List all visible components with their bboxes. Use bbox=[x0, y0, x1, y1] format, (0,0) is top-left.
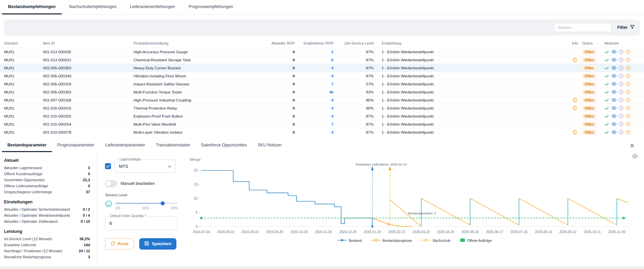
view-eye-icon[interactable] bbox=[611, 66, 616, 70]
info-icon[interactable] bbox=[619, 82, 624, 86]
top-tab-nachschubempfehlungen[interactable]: Nachschubempfehlungen bbox=[63, 0, 123, 14]
snooze-clock-icon[interactable] bbox=[626, 130, 631, 135]
view-eye-icon[interactable] bbox=[611, 58, 616, 62]
lagerstrategie-select[interactable]: Lagerstrategie MTS bbox=[114, 159, 176, 173]
info-icon[interactable] bbox=[619, 106, 624, 111]
status-cell: Offen bbox=[582, 50, 604, 54]
info-icon[interactable] bbox=[619, 74, 624, 78]
view-eye-icon[interactable] bbox=[611, 82, 616, 86]
approve-check-icon[interactable] bbox=[604, 106, 609, 111]
table-row[interactable]: MU01002-005-000350Heavy-Duty Corner Brac… bbox=[0, 64, 644, 72]
table-row[interactable]: MU01002-005-000349Vibration-Isolating Fl… bbox=[0, 72, 644, 80]
filter-button[interactable]: Filter bbox=[617, 25, 635, 30]
slider-handle[interactable] bbox=[161, 201, 165, 205]
svg-text:2024-12-25: 2024-12-25 bbox=[339, 230, 357, 234]
detail-tab-transaktionsdaten[interactable]: Transaktionsdaten bbox=[151, 139, 196, 152]
info-icon[interactable] bbox=[619, 66, 624, 70]
approve-check-icon[interactable] bbox=[604, 122, 609, 127]
info-icon[interactable] bbox=[619, 130, 624, 135]
table-row[interactable]: MU01001-013-000035High-Accuracy Pressure… bbox=[0, 48, 644, 56]
view-eye-icon[interactable] bbox=[611, 90, 616, 94]
view-eye-icon[interactable] bbox=[611, 122, 616, 126]
svg-text:2025-11-09: 2025-11-09 bbox=[608, 230, 626, 234]
approve-check-icon[interactable] bbox=[604, 50, 609, 54]
approve-check-icon[interactable] bbox=[604, 66, 609, 70]
cell-empfehlung: 1 - Erhöhe Wiederbestellpunkt bbox=[376, 114, 568, 118]
status-badge: Offen bbox=[582, 73, 596, 79]
approve-check-icon[interactable] bbox=[604, 74, 609, 78]
snooze-clock-icon[interactable] bbox=[626, 82, 631, 86]
approve-check-icon[interactable] bbox=[604, 130, 609, 135]
detail-tab-prognoseparameter[interactable]: Prognoseparameter bbox=[52, 139, 100, 152]
approve-check-icon[interactable] bbox=[604, 58, 609, 62]
cell-aktueller-rop: 0 bbox=[258, 130, 297, 134]
approve-check-icon[interactable] bbox=[604, 82, 609, 86]
snooze-clock-icon[interactable] bbox=[626, 50, 631, 54]
info-icon[interactable] bbox=[619, 114, 624, 119]
search-input[interactable] bbox=[554, 23, 612, 32]
approve-check-icon[interactable] bbox=[604, 98, 609, 103]
table-row[interactable]: MU01002-005-000393Multi-Function Torque … bbox=[0, 88, 644, 96]
manuell-toggle[interactable] bbox=[105, 180, 117, 187]
info-icon[interactable] bbox=[619, 50, 624, 54]
table-row[interactable]: MU01001-007-000168High-Pressure Industri… bbox=[0, 96, 644, 104]
chart-visibility-eye-icon[interactable] bbox=[632, 154, 638, 159]
warning-icon bbox=[568, 106, 582, 111]
reset-button[interactable]: Reset bbox=[105, 238, 134, 250]
info-icon[interactable] bbox=[619, 98, 624, 103]
table-row[interactable]: MU01001-010-000078Multi-Layer Vibration … bbox=[0, 128, 644, 136]
detail-tab-bestandsparameter[interactable]: Bestandsparameter bbox=[2, 139, 52, 152]
column-header: Empfehlung bbox=[376, 41, 568, 45]
table-row[interactable]: MU01001-016-000015Thermal Protection Rel… bbox=[0, 104, 644, 112]
lagerstrategie-checkbox[interactable] bbox=[105, 163, 111, 169]
view-eye-icon[interactable] bbox=[611, 106, 616, 110]
legend-item-bestandsprognose[interactable]: Bestandsprognose bbox=[371, 238, 412, 243]
info-icon[interactable] bbox=[619, 90, 624, 94]
view-eye-icon[interactable] bbox=[611, 74, 616, 78]
snooze-clock-icon[interactable] bbox=[626, 66, 631, 70]
view-eye-icon[interactable] bbox=[611, 98, 616, 102]
top-tab-bestandsempfehlungen[interactable]: Bestandsempfehlungen bbox=[2, 0, 62, 14]
info-icon[interactable] bbox=[619, 58, 624, 62]
status-badge: Offen bbox=[582, 81, 596, 87]
view-eye-icon[interactable] bbox=[611, 130, 616, 134]
snooze-clock-icon[interactable] bbox=[626, 114, 631, 119]
svg-text:2024-10-28: 2024-10-28 bbox=[290, 230, 308, 234]
approve-check-icon[interactable] bbox=[604, 114, 609, 119]
snooze-clock-icon[interactable] bbox=[626, 74, 631, 78]
table-row[interactable]: MU01001-015-000255Explosion-Proof Push B… bbox=[0, 112, 644, 120]
snooze-clock-icon[interactable] bbox=[626, 122, 631, 127]
cell-item-id: 001-015-000254 bbox=[43, 122, 133, 126]
view-eye-icon[interactable] bbox=[611, 114, 616, 118]
default-order-quantity-field[interactable]: Default Order Quantity * 6 bbox=[105, 216, 178, 230]
snooze-clock-icon[interactable] bbox=[626, 58, 631, 62]
service-level-slider[interactable] bbox=[115, 203, 178, 204]
cell-empfohlener-rop: 4 bbox=[297, 106, 335, 110]
legend-item-offene-aufträge[interactable]: Offene Aufträge bbox=[460, 238, 492, 243]
table-row[interactable]: MU01001-015-000254Multi-Port Valve Manif… bbox=[0, 120, 644, 128]
snooze-clock-icon[interactable] bbox=[626, 98, 631, 103]
cell-produktbeschreibung: Thermal Protection Relay bbox=[133, 106, 258, 110]
top-tab-prognoseempfehlungen[interactable]: Prognoseempfehlungen bbox=[182, 0, 239, 14]
detail-tab-lieferantenparameter[interactable]: Lieferantenparameter bbox=[100, 139, 151, 152]
top-tab-lieferantenemfehlungen[interactable]: Lieferantenemfehlungen bbox=[124, 0, 181, 14]
save-button[interactable]: Speichern bbox=[139, 238, 176, 250]
detail-tab-sku-notizen[interactable]: SKU Notizen bbox=[252, 139, 287, 152]
snooze-clock-icon[interactable] bbox=[626, 90, 631, 94]
cell-produktbeschreibung: Explosion-Proof Push Button bbox=[133, 114, 258, 118]
snooze-clock-icon[interactable] bbox=[626, 106, 631, 111]
legend-item-bestand[interactable]: Bestand bbox=[337, 238, 362, 243]
view-eye-icon[interactable] bbox=[611, 50, 616, 54]
status-cell: Offen bbox=[582, 66, 604, 70]
detail-tab-salesforce-opportunities[interactable]: Salesforce Opportunities bbox=[196, 139, 252, 152]
info-icon[interactable] bbox=[619, 122, 624, 127]
column-header: Item ID bbox=[43, 41, 133, 45]
close-detail-icon[interactable] bbox=[630, 143, 635, 148]
table-row[interactable]: MU01001-013-000031Chemical-Resistant Sto… bbox=[0, 56, 644, 64]
approve-check-icon[interactable] bbox=[604, 90, 609, 94]
stat-row: Aktueller Lagerbestand3 bbox=[4, 165, 90, 171]
table-row[interactable]: MU01002-005-000329Impact-Resistant Safet… bbox=[0, 80, 644, 88]
legend-item-nachschub[interactable]: Nachschub bbox=[421, 238, 450, 243]
stat-value: 22,3 bbox=[83, 178, 90, 182]
cell-aktueller-rop: 0 bbox=[258, 58, 297, 62]
